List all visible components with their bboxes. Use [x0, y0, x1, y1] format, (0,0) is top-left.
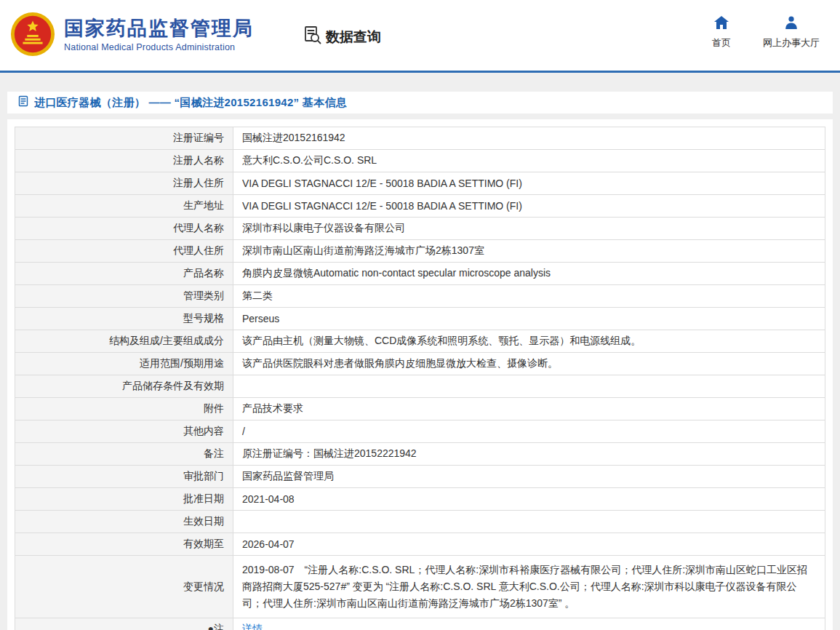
row-label: 附件 [15, 398, 233, 420]
row-label: 代理人住所 [15, 240, 233, 263]
document-icon [17, 95, 29, 110]
row-label: 注册证编号 [15, 127, 233, 150]
row-value: VIA DEGLI STAGNACCI 12/E - 50018 BADIA A… [233, 195, 825, 218]
row-value: 2026-04-07 [233, 533, 825, 556]
row-value: 意大利C.S.O.公司C.S.O. SRL [233, 150, 825, 172]
nav-home-label: 首页 [712, 36, 731, 49]
registration-info-table: 注册证编号国械注进20152161942注册人名称意大利C.S.O.公司C.S.… [15, 127, 825, 630]
row-value: 该产品供医院眼科对患者做眼角膜内皮细胞显微放大检查、摄像诊断。 [233, 353, 825, 375]
row-value: 深圳市南山区南山街道前海路泛海城市广场2栋1307室 [233, 240, 825, 263]
row-label: ●注 [15, 618, 233, 630]
person-icon [785, 16, 798, 32]
data-query-link[interactable]: 数据查询 [303, 25, 381, 48]
table-row: 型号规格Perseus [15, 308, 825, 330]
table-row: 附件产品技术要求 [15, 398, 825, 420]
row-label: 管理类别 [15, 285, 233, 308]
row-label: 生产地址 [15, 195, 233, 218]
row-label: 变更情况 [15, 556, 233, 618]
table-row: 代理人名称深圳市科以康电子仪器设备有限公司 [15, 218, 825, 240]
table-row: 产品储存条件及有效期 [15, 375, 825, 398]
row-value: / [233, 420, 825, 443]
table-row: ●注详情 [15, 618, 825, 630]
page-title: 进口医疗器械（注册） —— “国械注进20152161942” 基本信息 [34, 96, 347, 110]
nav-item-service-hall[interactable]: 网上办事大厅 [763, 16, 820, 49]
table-row: 代理人住所深圳市南山区南山街道前海路泛海城市广场2栋1307室 [15, 240, 825, 263]
row-label: 有效期至 [15, 533, 233, 556]
registration-info-panel: 注册证编号国械注进20152161942注册人名称意大利C.S.O.公司C.S.… [7, 119, 833, 630]
table-row: 批准日期2021-04-08 [15, 488, 825, 511]
table-row: 结构及组成/主要组成成分该产品由主机（测量大物镜、CCD成像系统和照明系统、颚托… [15, 330, 825, 353]
row-value: 国械注进20152161942 [233, 127, 825, 150]
table-row: 变更情况2019-08-07 “注册人名称:C.S.O. SRL；代理人名称:深… [15, 556, 825, 618]
row-label: 其他内容 [15, 420, 233, 443]
site-logo[interactable]: 国家药品监督管理局 National Medical Products Admi… [10, 12, 254, 60]
row-value: 2019-08-07 “注册人名称:C.S.O. SRL；代理人名称:深圳市科裕… [233, 556, 825, 618]
row-label: 备注 [15, 443, 233, 466]
row-label: 注册人住所 [15, 172, 233, 195]
table-row: 管理类别第二类 [15, 285, 825, 308]
table-row: 有效期至2026-04-07 [15, 533, 825, 556]
table-row: 备注原注册证编号：国械注进20152221942 [15, 443, 825, 466]
home-icon [714, 16, 729, 32]
row-value: 该产品由主机（测量大物镜、CCD成像系统和照明系统、颚托、显示器）和电源线组成。 [233, 330, 825, 353]
row-label: 产品储存条件及有效期 [15, 375, 233, 398]
row-value: 第二类 [233, 285, 825, 308]
row-value: 深圳市科以康电子仪器设备有限公司 [233, 218, 825, 240]
breadcrumb: 进口医疗器械（注册） —— “国械注进20152161942” 基本信息 [7, 92, 833, 113]
row-value: 详情 [233, 618, 825, 630]
nav-item-home[interactable]: 首页 [712, 16, 731, 49]
row-label: 型号规格 [15, 308, 233, 330]
document-search-icon [303, 25, 322, 48]
detail-link[interactable]: 详情 [242, 623, 263, 630]
table-row: 注册人名称意大利C.S.O.公司C.S.O. SRL [15, 150, 825, 172]
table-row: 生产地址VIA DEGLI STAGNACCI 12/E - 50018 BAD… [15, 195, 825, 218]
row-value: 原注册证编号：国械注进20152221942 [233, 443, 825, 466]
table-row: 生效日期 [15, 511, 825, 533]
row-label: 批准日期 [15, 488, 233, 511]
row-label: 生效日期 [15, 511, 233, 533]
row-value: 角膜内皮显微镜Automatic non-contact specular mi… [233, 263, 825, 285]
national-emblem-icon [10, 12, 55, 60]
row-value: 国家药品监督管理局 [233, 466, 825, 488]
site-header: 国家药品监督管理局 National Medical Products Admi… [0, 0, 840, 73]
header-nav: 首页 网上办事大厅 [712, 16, 820, 49]
row-value: 产品技术要求 [233, 398, 825, 420]
row-value: VIA DEGLI STAGNACCI 12/E - 50018 BADIA A… [233, 172, 825, 195]
table-row: 适用范围/预期用途该产品供医院眼科对患者做眼角膜内皮细胞显微放大检查、摄像诊断。 [15, 353, 825, 375]
row-label: 代理人名称 [15, 218, 233, 240]
org-name-en: National Medical Products Administration [64, 42, 254, 52]
row-label: 注册人名称 [15, 150, 233, 172]
row-value: 2021-04-08 [233, 488, 825, 511]
org-name-cn: 国家药品监督管理局 [64, 18, 254, 40]
table-row: 注册人住所VIA DEGLI STAGNACCI 12/E - 50018 BA… [15, 172, 825, 195]
row-label: 结构及组成/主要组成成分 [15, 330, 233, 353]
row-value [233, 375, 825, 398]
data-query-label: 数据查询 [326, 28, 381, 47]
row-label: 适用范围/预期用途 [15, 353, 233, 375]
row-label: 审批部门 [15, 466, 233, 488]
row-value [233, 511, 825, 533]
row-value: Perseus [233, 308, 825, 330]
nav-hall-label: 网上办事大厅 [763, 36, 820, 49]
table-row: 注册证编号国械注进20152161942 [15, 127, 825, 150]
table-row: 其他内容/ [15, 420, 825, 443]
table-row: 审批部门国家药品监督管理局 [15, 466, 825, 488]
table-row: 产品名称角膜内皮显微镜Automatic non-contact specula… [15, 263, 825, 285]
row-label: 产品名称 [15, 263, 233, 285]
